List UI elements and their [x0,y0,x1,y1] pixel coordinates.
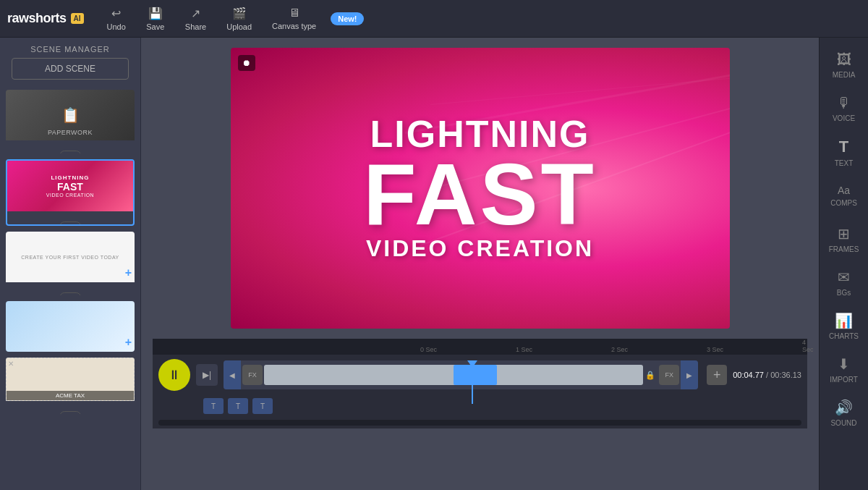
sidebar-comps-button[interactable]: Aa COMPS [822,175,866,216]
ruler-4sec: 4 Sec [802,339,814,353]
scene-fx-badge-3: FX [59,292,81,295]
scene-item-3[interactable]: CREATE YOUR FIRST VIDEO TODAY + FX [6,232,135,295]
track-bar[interactable] [264,365,643,385]
canvas-type-label: Canvas type [272,22,316,30]
canvas-preview: LIGHTNING FAST VIDEO CREATION ⏺ [231,48,730,329]
sound-label: SOUND [830,419,856,427]
import-icon: ⬇ [838,355,850,373]
scene-fx-badge-5: FX [59,411,81,414]
frames-label: FRAMES [829,245,859,253]
track-fx-right[interactable]: FX [659,365,679,385]
sidebar-frames-button[interactable]: ⊞ FRAMES [822,219,866,259]
undo-button[interactable]: ↩ Undo [98,4,135,34]
time-display: 00:04.77 / 00:36.13 [733,371,801,379]
text-icon: T [839,138,848,156]
charts-icon: 📊 [835,312,853,329]
record-icon: ⏺ [238,55,255,71]
scene-fx-badge-2: FX [59,221,81,226]
sidebar-bgs-button[interactable]: ✉ BGs [822,262,866,303]
toolbar: rawshorts AI ↩ Undo 💾 Save ↗ Share 🎬 Upl… [0,0,868,38]
comps-label: COMPS [830,199,857,207]
scene-thumb-text-1: PAPERWORK [6,129,135,136]
timeline-area: 0 Sec 1 Sec 2 Sec 3 Sec 4 Sec ⏸ ▶| ◀ FX [153,339,807,428]
scene2-line2: FAST [46,181,94,193]
sidebar-voice-button[interactable]: 🎙 VOICE [822,88,866,129]
scene-item-5[interactable]: ✕ ACME TAX FX [6,358,135,414]
step-forward-icon: ▶| [203,370,211,380]
canvas-type-button[interactable]: 🖥 Canvas type [263,4,325,33]
add-to-scene-icon: + [125,266,132,279]
subtrack-T-2[interactable]: T [228,398,248,414]
canvas-text-container: LIGHTNING FAST VIDEO CREATION [231,48,730,329]
scene-item-4[interactable]: + [6,301,135,352]
scene-thumbnail-1: 📋 PAPERWORK [6,90,135,140]
ruler-1sec: 1 Sec [516,346,532,353]
share-icon: ↗ [191,7,200,20]
undo-label: Undo [107,22,126,31]
upload-label: Upload [226,22,252,31]
ruler-0sec: 0 Sec [420,346,437,353]
scene-item-2[interactable]: LIGHTNING FAST VIDEO CREATION FX [6,159,135,226]
current-time: 00:04.77 [733,371,764,379]
upload-icon: 🎬 [232,7,247,20]
canvas-type-icon: 🖥 [289,7,300,20]
scene-fx-badge-1: FX [59,151,81,153]
timeline-ruler: 0 Sec 1 Sec 2 Sec 3 Sec 4 Sec [153,339,807,355]
logo-badge: AI [71,13,84,24]
upload-button[interactable]: 🎬 Upload [218,4,260,34]
sidebar-import-button[interactable]: ⬇ IMPORT [822,349,866,389]
scene2-line1: LIGHTNING [46,174,94,181]
bgs-icon: ✉ [838,269,850,286]
main-area: SCENE MANAGER ADD SCENE 📋 PAPERWORK FX L… [0,38,868,490]
canvas-line3: VIDEO CREATION [366,235,594,262]
voice-label: VOICE [833,114,855,122]
bgs-label: BGs [837,289,851,297]
track-arrow-right[interactable]: ▶ [681,360,698,389]
scene2-line3: VIDEO CREATION [46,193,94,198]
media-label: MEDIA [833,71,856,79]
pause-button[interactable]: ⏸ [158,359,190,391]
step-forward-button[interactable]: ▶| [196,364,218,386]
track-lock: 🔒 [643,368,658,382]
track-fx-left[interactable]: FX [242,365,263,385]
subtrack-T-1[interactable]: T [203,398,224,414]
scene-manager: SCENE MANAGER ADD SCENE 📋 PAPERWORK FX L… [0,38,141,490]
media-icon: 🖼 [837,51,851,68]
undo-icon: ↩ [111,7,121,20]
share-button[interactable]: ↗ Share [176,4,215,34]
scene5-name: ACME TAX [7,391,134,400]
timeline-subtracks: T T T [153,395,807,417]
canvas-line2: FAST [363,153,597,235]
new-badge: New! [331,12,364,25]
logo-text: rawshorts [7,11,67,26]
text-label: TEXT [835,159,854,167]
save-icon: 💾 [148,7,163,20]
right-sidebar: 🖼 MEDIA 🎙 VOICE T TEXT Aa COMPS ⊞ FRAMES… [819,38,868,490]
scene-thumb-3-content: CREATE YOUR FIRST VIDEO TODAY [21,255,119,260]
voice-icon: 🎙 [837,95,851,111]
frames-icon: ⊞ [838,225,850,242]
timeline-scrollbar[interactable] [158,420,801,426]
sidebar-media-button[interactable]: 🖼 MEDIA [822,45,866,85]
scene-thumbnail-4: + [6,301,135,352]
track-arrow-left[interactable]: ◀ [224,360,241,389]
ruler-2sec: 2 Sec [611,346,628,353]
sidebar-charts-button[interactable]: 📊 CHARTS [822,305,866,346]
charts-label: CHARTS [829,332,859,340]
add-to-scene4-icon: + [125,336,132,349]
subtrack-T-3[interactable]: T [252,398,273,414]
logo: rawshorts AI [7,11,84,26]
sidebar-sound-button[interactable]: 🔊 SOUND [822,392,866,433]
comps-icon: Aa [838,185,850,196]
ruler-3sec: 3 Sec [707,346,723,353]
add-track-button[interactable]: + [707,365,727,385]
save-button[interactable]: 💾 Save [137,4,174,34]
save-label: Save [146,22,164,31]
import-label: IMPORT [830,376,858,384]
sidebar-text-button[interactable]: T TEXT [822,132,866,172]
total-time: 00:36.13 [770,371,801,379]
add-scene-button[interactable]: ADD SCENE [12,58,129,80]
scene-item-1[interactable]: 📋 PAPERWORK FX [6,90,135,153]
timeline-track: ◀ FX 🔒 FX ▶ [224,360,698,389]
pause-icon: ⏸ [168,368,181,383]
